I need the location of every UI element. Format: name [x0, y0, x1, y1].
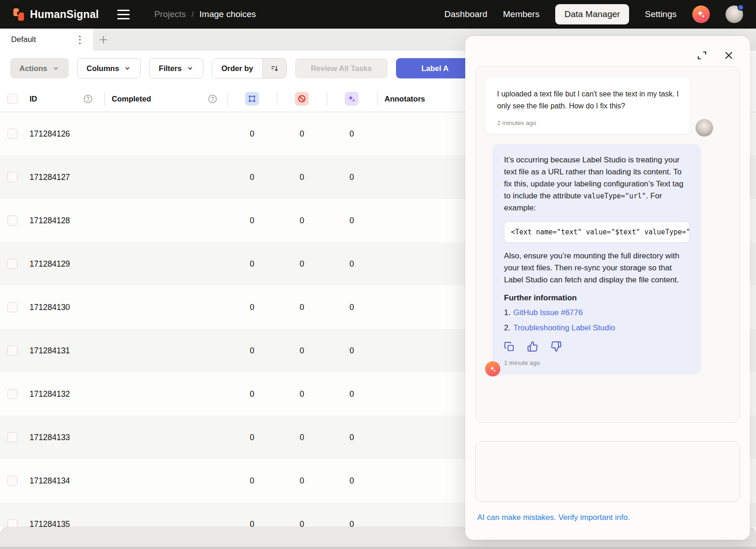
- user-message: I uploaded a text file but I can't see t…: [485, 77, 730, 134]
- cancelled-count: 0: [287, 459, 317, 502]
- column-header-completed[interactable]: Completed: [112, 86, 151, 112]
- task-id: 171284133: [30, 416, 70, 459]
- assistant-avatar: [485, 361, 500, 376]
- ai-assistant-button[interactable]: [692, 6, 710, 23]
- brand-name: HumanSignal: [30, 8, 99, 21]
- label-all-tasks-button[interactable]: Label A: [396, 58, 474, 78]
- assistant-paragraph-2: Also, ensure you’re mounting the full di…: [504, 250, 690, 286]
- user-message-text: I uploaded a text file but I can't see t…: [497, 88, 679, 112]
- task-id: 171284134: [30, 459, 70, 502]
- sort-icon: [270, 64, 279, 73]
- review-all-tasks-button[interactable]: Review All Tasks: [295, 58, 387, 78]
- sparkle-icon: [489, 365, 497, 373]
- column-header-annotations[interactable]: [245, 92, 259, 106]
- predictions-icon: [347, 94, 356, 103]
- breadcrumb-projects[interactable]: Projects: [154, 9, 186, 19]
- sort-direction-toggle[interactable]: [262, 59, 286, 78]
- row-checkbox[interactable]: [7, 259, 18, 269]
- ai-disclaimer: AI can make mistakes. Verify important i…: [475, 513, 740, 522]
- user-avatar[interactable]: [726, 6, 743, 23]
- cancelled-count: 0: [287, 242, 317, 286]
- sparkle-icon: [696, 9, 706, 19]
- close-panel-button[interactable]: [723, 50, 734, 61]
- select-all-checkbox[interactable]: [7, 94, 18, 104]
- nav-link-settings[interactable]: Settings: [645, 9, 677, 19]
- chat-input[interactable]: [475, 441, 740, 502]
- row-checkbox[interactable]: [7, 389, 18, 399]
- assistant-message-timestamp: 1 minute ago: [504, 359, 690, 366]
- tab-options-kebab-icon[interactable]: [75, 34, 85, 45]
- filters-dropdown[interactable]: Filters: [149, 58, 204, 78]
- further-information-heading: Further information: [504, 293, 690, 303]
- order-by-label: Order by: [212, 59, 263, 78]
- annotations-count: 0: [237, 459, 267, 502]
- tab-default[interactable]: Default: [0, 29, 93, 51]
- assistant-message: It’s occurring because Label Studio is t…: [492, 144, 730, 375]
- id-help-icon[interactable]: [83, 94, 93, 104]
- task-id: 171284131: [30, 329, 70, 372]
- predictions-count: 0: [337, 199, 366, 242]
- list-item: 2.Troubleshooting Label Studio: [504, 323, 690, 333]
- user-message-timestamp: 2 minutes ago: [497, 119, 679, 126]
- assistant-message-bubble: It’s occurring because Label Studio is t…: [492, 144, 701, 375]
- troubleshooting-link[interactable]: Troubleshooting Label Studio: [513, 323, 615, 332]
- row-checkbox[interactable]: [7, 302, 18, 312]
- row-checkbox[interactable]: [7, 172, 18, 182]
- nav-link-members[interactable]: Members: [503, 9, 540, 19]
- task-id: 171284127: [30, 155, 70, 199]
- thumbs-up-button[interactable]: [527, 341, 538, 352]
- list-item: 1.GitHub Issue #6776: [504, 308, 690, 317]
- column-header-id[interactable]: ID: [30, 86, 37, 112]
- code-snippet[interactable]: <Text name="text" value="$text" valueTyp…: [504, 221, 690, 243]
- hamburger-menu-icon[interactable]: [117, 7, 131, 21]
- github-issue-link[interactable]: GitHub Issue #6776: [513, 308, 582, 317]
- close-icon: [723, 50, 734, 61]
- predictions-count: 0: [337, 155, 366, 199]
- copy-button[interactable]: [504, 341, 515, 352]
- online-badge: [738, 4, 744, 11]
- expand-icon: [696, 50, 708, 61]
- actions-dropdown[interactable]: Actions: [10, 58, 69, 78]
- annotations-icon: [247, 94, 257, 103]
- annotations-count: 0: [237, 112, 267, 155]
- task-id: 171284126: [30, 112, 70, 155]
- expand-panel-button[interactable]: [696, 50, 708, 61]
- annotations-count: 0: [237, 502, 267, 527]
- window-edge: [0, 547, 756, 549]
- nav-link-data-manager[interactable]: Data Manager: [555, 4, 629, 24]
- add-tab-button[interactable]: [97, 33, 110, 46]
- thumbs-down-button[interactable]: [551, 341, 562, 352]
- humansignal-logo-icon: [13, 7, 25, 21]
- brand-logo[interactable]: HumanSignal: [13, 7, 99, 21]
- assistant-paragraph-1: It’s occurring because Label Studio is t…: [504, 154, 690, 214]
- predictions-count: 0: [337, 112, 366, 155]
- column-header-predictions[interactable]: [345, 92, 359, 106]
- row-checkbox[interactable]: [7, 519, 18, 527]
- column-header-cancelled-annotations[interactable]: [295, 92, 309, 106]
- user-message-avatar: [696, 119, 713, 137]
- cancelled-count: 0: [287, 416, 317, 459]
- row-checkbox[interactable]: [7, 129, 18, 139]
- row-checkbox[interactable]: [7, 346, 18, 356]
- cancelled-annotations-icon: [297, 94, 306, 103]
- row-checkbox[interactable]: [7, 215, 18, 226]
- annotations-count: 0: [237, 329, 267, 372]
- breadcrumb: Projects / Image choices: [154, 9, 256, 19]
- annotations-count: 0: [237, 199, 267, 242]
- annotations-count: 0: [237, 372, 267, 416]
- predictions-count: 0: [337, 286, 366, 329]
- task-id: 171284128: [30, 199, 70, 242]
- breadcrumb-current: Image choices: [199, 9, 256, 19]
- column-header-annotators[interactable]: Annotators: [384, 86, 425, 112]
- order-by-button[interactable]: Order by: [212, 58, 287, 78]
- columns-dropdown[interactable]: Columns: [77, 58, 141, 78]
- nav-link-dashboard[interactable]: Dashboard: [444, 9, 487, 19]
- cancelled-count: 0: [287, 155, 317, 199]
- assistant-message-actions: [504, 341, 690, 352]
- row-checkbox[interactable]: [7, 476, 18, 486]
- cancelled-count: 0: [287, 372, 317, 416]
- further-information-list: 1.GitHub Issue #6776 2.Troubleshooting L…: [504, 308, 690, 333]
- completed-help-icon[interactable]: [208, 94, 217, 104]
- task-id: 171284129: [30, 242, 70, 286]
- row-checkbox[interactable]: [7, 432, 18, 442]
